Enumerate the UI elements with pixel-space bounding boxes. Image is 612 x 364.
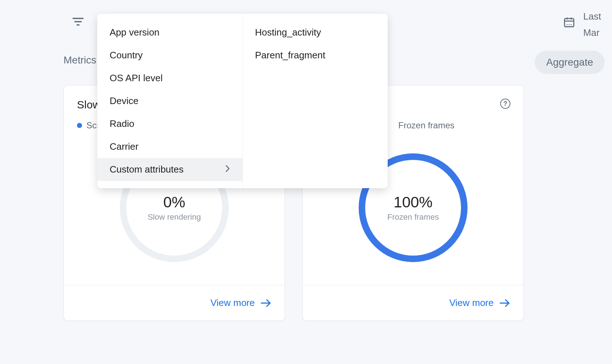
donut-label: Frozen frames [387, 212, 439, 222]
svg-rect-0 [73, 18, 83, 19]
menu-item-label: Radio [110, 118, 134, 129]
aggregate-button[interactable]: Aggregate [535, 51, 605, 74]
menu-item-label: Device [110, 95, 138, 107]
svg-point-8 [568, 24, 570, 25]
donut-value: 100% [393, 194, 432, 211]
menu-item-parent-fragment[interactable]: Parent_fragment [243, 44, 388, 67]
card-footer: View more [64, 285, 285, 320]
svg-point-7 [567, 24, 568, 25]
menu-item-custom-attributes[interactable]: Custom attributes [97, 158, 242, 181]
menu-item-label: App version [110, 27, 159, 38]
svg-point-9 [571, 24, 572, 25]
legend-dot-icon [77, 123, 82, 128]
menu-item-label: OS API level [110, 73, 163, 84]
filter-dropdown-right: Hosting_activity Parent_fragment [243, 14, 388, 188]
donut-value: 0% [163, 194, 185, 211]
svg-rect-1 [74, 21, 82, 22]
date-line2: Mar [583, 27, 601, 38]
legend-text: Frozen frames [398, 120, 454, 131]
menu-item-country[interactable]: Country [97, 44, 242, 67]
view-more-label: View more [211, 297, 255, 309]
menu-item-label: Custom attributes [110, 164, 184, 175]
menu-item-hosting-activity[interactable]: Hosting_activity [243, 21, 388, 44]
menu-item-label: Hosting_activity [255, 27, 321, 38]
filter-dropdown: App version Country OS API level Device … [97, 14, 388, 188]
menu-item-label: Parent_fragment [255, 50, 326, 61]
menu-item-device[interactable]: Device [97, 90, 242, 112]
menu-item-label: Carrier [110, 141, 138, 152]
date-text: Last Mar [583, 11, 601, 38]
donut-label: Slow rendering [148, 212, 201, 222]
view-more-button[interactable]: View more [211, 297, 272, 309]
svg-rect-2 [77, 24, 79, 26]
filter-icon[interactable] [73, 16, 83, 27]
metrics-label: Metrics [64, 54, 96, 66]
menu-item-app-version[interactable]: App version [97, 21, 242, 44]
help-icon[interactable]: ? [500, 99, 510, 109]
menu-item-os-api-level[interactable]: OS API level [97, 67, 242, 90]
menu-item-label: Country [110, 50, 143, 61]
chevron-right-icon [225, 164, 230, 175]
view-more-button[interactable]: View more [449, 297, 510, 309]
date-line1: Last [583, 11, 601, 22]
calendar-icon [563, 16, 575, 30]
filter-dropdown-left: App version Country OS API level Device … [97, 14, 243, 188]
card-footer: View more [303, 285, 523, 320]
svg-rect-3 [564, 18, 574, 27]
menu-item-carrier[interactable]: Carrier [97, 135, 242, 158]
arrow-right-icon [261, 299, 272, 307]
menu-item-radio[interactable]: Radio [97, 112, 242, 135]
date-range[interactable]: Last Mar [563, 11, 601, 38]
view-more-label: View more [449, 297, 494, 309]
arrow-right-icon [499, 299, 510, 307]
